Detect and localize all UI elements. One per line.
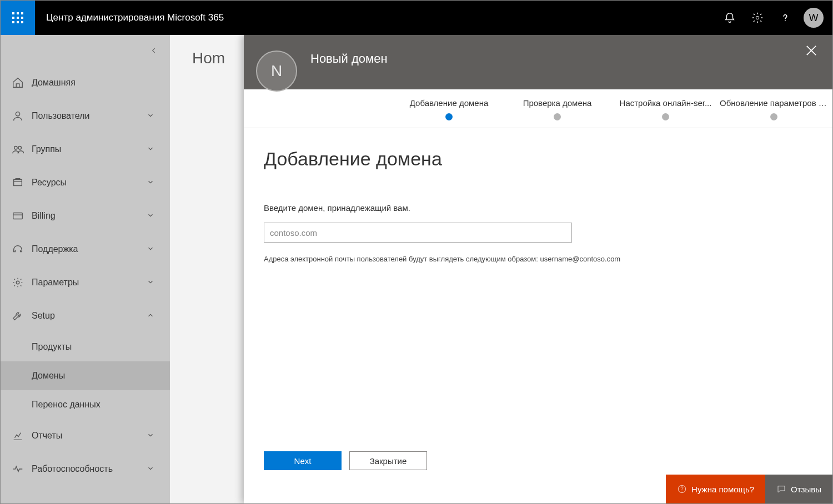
- step-dot: [445, 113, 453, 120]
- step-label: Проверка домена: [503, 98, 611, 108]
- svg-rect-0: [12, 12, 14, 14]
- step-verify-domain[interactable]: Проверка домена: [503, 98, 611, 120]
- sidebar-item-label: Параметры: [32, 278, 147, 288]
- help-icon[interactable]: [771, 1, 799, 35]
- svg-rect-3: [12, 17, 14, 19]
- svg-rect-1: [17, 12, 19, 14]
- panel-heading: Добавление домена: [264, 148, 812, 170]
- chevron-down-icon: [147, 145, 160, 154]
- svg-point-11: [14, 147, 17, 150]
- step-label: Настройка онлайн-ser...: [611, 98, 720, 108]
- domain-field-label: Введите домен, принадлежащий вам.: [264, 203, 812, 213]
- svg-rect-4: [17, 17, 19, 19]
- sidebar-item-users[interactable]: Пользователи: [1, 99, 170, 133]
- svg-rect-2: [21, 12, 23, 14]
- sidebar-item-setup[interactable]: Setup: [1, 299, 170, 332]
- sidebar-item-label: Отчеты: [32, 431, 147, 441]
- app-title: Центр администрирования Microsoft 365: [35, 12, 224, 23]
- billing-icon: [11, 209, 25, 223]
- step-label: Добавление домена: [395, 98, 503, 108]
- svg-rect-14: [13, 213, 23, 219]
- sidebar-item-groups[interactable]: Группы: [1, 133, 170, 166]
- sidebar-item-label: Домашняя: [32, 78, 170, 88]
- sidebar-item-settings[interactable]: Параметры: [1, 266, 170, 299]
- top-bar: Центр администрирования Microsoft 365 W: [1, 1, 832, 35]
- support-icon: [11, 242, 25, 256]
- panel-avatar: N: [256, 51, 297, 92]
- user-icon: [11, 109, 25, 123]
- sidebar-item-home[interactable]: Домашняя: [1, 66, 170, 99]
- chevron-down-icon: [147, 245, 160, 254]
- step-add-domain[interactable]: Добавление домена: [395, 98, 503, 120]
- domain-hint: Адреса электронной почты пользователей б…: [264, 255, 812, 263]
- need-help-label: Нужна помощь?: [691, 485, 754, 494]
- svg-rect-8: [21, 21, 23, 23]
- sidebar-item-label: Продукты: [32, 342, 170, 352]
- panel-title: Новый домен: [310, 52, 388, 66]
- panel-header: N Новый домен: [244, 35, 832, 89]
- sidebar-item-label: Группы: [32, 144, 147, 154]
- step-update-dns[interactable]: Обновление параметров DNS: [720, 98, 828, 120]
- chevron-down-icon: [147, 465, 160, 474]
- step-label: Обновление параметров DNS: [720, 98, 828, 108]
- sidebar-item-billing[interactable]: Billing: [1, 199, 170, 233]
- panel-body: Добавление домена Введите домен, принадл…: [244, 128, 832, 451]
- settings-icon[interactable]: [744, 1, 771, 35]
- wizard-steps: Добавление домена Проверка домена Настро…: [244, 89, 832, 128]
- chevron-down-icon: [147, 211, 160, 221]
- home-icon: [11, 75, 25, 90]
- svg-point-12: [18, 147, 21, 150]
- chevron-down-icon: [147, 278, 160, 288]
- chevron-down-icon: [147, 178, 160, 188]
- svg-rect-7: [17, 21, 19, 23]
- sidebar-subitem-domains[interactable]: Домены: [1, 361, 170, 390]
- feedback-label: Отзывы: [791, 485, 821, 494]
- bottom-action-bar: Нужна помощь? Отзывы: [666, 475, 832, 503]
- svg-point-10: [16, 112, 19, 116]
- step-dot: [770, 113, 777, 120]
- close-panel-button[interactable]: Закрытие: [349, 451, 427, 470]
- sidebar-item-label: Поддержка: [32, 244, 147, 254]
- sidebar-item-label: Домены: [32, 371, 170, 381]
- sidebar-item-label: Ресурсы: [32, 178, 147, 188]
- notifications-icon[interactable]: [716, 1, 744, 35]
- resources-icon: [11, 175, 25, 190]
- app-launcher-button[interactable]: [1, 1, 35, 35]
- feedback-button[interactable]: Отзывы: [765, 475, 832, 503]
- user-avatar[interactable]: W: [804, 8, 824, 28]
- sidebar-item-support[interactable]: Поддержка: [1, 233, 170, 266]
- next-button[interactable]: Next: [264, 451, 342, 470]
- add-domain-panel: N Новый домен Добавление домена Проверка…: [244, 35, 832, 503]
- svg-point-15: [16, 281, 19, 284]
- sidebar-subitem-data-migration[interactable]: Перенос данных: [1, 390, 170, 419]
- sidebar-item-health[interactable]: Работоспособность: [1, 452, 170, 486]
- sidebar-item-label: Работоспособность: [32, 464, 147, 474]
- svg-point-9: [756, 16, 759, 19]
- svg-rect-5: [21, 17, 23, 19]
- svg-rect-6: [12, 21, 14, 23]
- sidebar-item-label: Setup: [32, 311, 147, 321]
- groups-icon: [11, 142, 25, 157]
- step-dot: [662, 113, 669, 120]
- sidebar: Домашняя Пользователи Группы Ресурсы Bil…: [1, 35, 170, 503]
- sidebar-item-reports[interactable]: Отчеты: [1, 419, 170, 452]
- sidebar-item-resources[interactable]: Ресурсы: [1, 166, 170, 199]
- health-icon: [11, 462, 25, 476]
- need-help-button[interactable]: Нужна помощь?: [666, 475, 765, 503]
- sidebar-item-label: Пользователи: [32, 111, 147, 121]
- sidebar-subitem-products[interactable]: Продукты: [1, 332, 170, 361]
- step-dot: [554, 113, 561, 120]
- domain-input[interactable]: [264, 223, 572, 243]
- chevron-down-icon: [147, 431, 160, 441]
- svg-rect-13: [14, 180, 22, 186]
- close-button[interactable]: [804, 43, 821, 61]
- chevron-up-icon: [147, 311, 160, 321]
- gear-icon: [11, 275, 25, 290]
- sidebar-item-label: Перенос данных: [32, 400, 170, 410]
- step-setup-online[interactable]: Настройка онлайн-ser...: [611, 98, 720, 120]
- sidebar-collapse-button[interactable]: [1, 35, 170, 66]
- wrench-icon: [11, 309, 25, 323]
- chevron-down-icon: [147, 112, 160, 121]
- reports-icon: [11, 429, 25, 443]
- sidebar-item-label: Billing: [32, 211, 147, 221]
